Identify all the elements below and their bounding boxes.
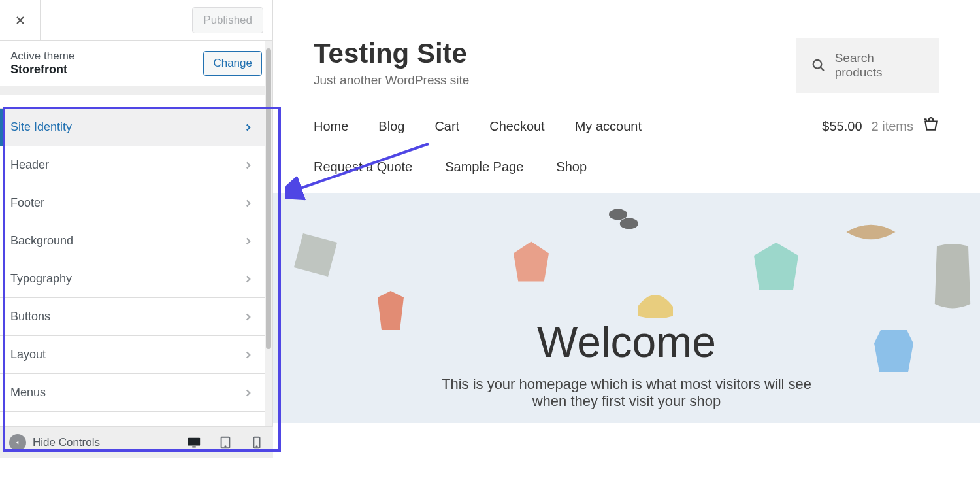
section-background[interactable]: Background [0,222,265,260]
chevron-right-icon [242,160,254,171]
primary-nav-row: Home Blog Cart Checkout My account $55.0… [273,93,980,136]
search-icon [811,58,826,73]
cart-total: $55.00 [822,119,862,134]
nav-home[interactable]: Home [314,119,348,134]
section-footer[interactable]: Footer [0,184,265,222]
active-theme-name: Storefront [10,63,74,76]
chevron-right-icon [242,349,254,361]
active-theme-label: Active theme [10,50,74,63]
device-switcher [187,435,264,450]
product-illustration [286,226,345,284]
customizer-footer: Hide Controls [0,426,273,458]
hero-section: Welcome This is your homepage which is w… [273,193,980,423]
site-header: Testing Site Just another WordPress site… [273,0,980,93]
product-illustration [502,232,561,291]
nav-sample-page[interactable]: Sample Page [445,160,523,175]
svg-rect-7 [294,233,337,277]
section-label: Buttons [10,310,50,324]
site-title[interactable]: Testing Site [314,38,469,69]
close-button[interactable] [0,0,41,41]
hide-controls-label: Hide Controls [33,436,100,449]
nav-cart[interactable]: Cart [434,119,459,134]
section-layout[interactable]: Layout [0,336,265,374]
product-illustration [743,232,809,297]
sidebar-top-bar: Published [0,0,272,41]
primary-nav: Home Blog Cart Checkout My account [314,119,642,134]
desktop-device-button[interactable] [187,435,201,450]
theme-info: Active theme Storefront [10,50,74,76]
svg-point-6 [813,60,822,69]
section-typography[interactable]: Typography [0,260,265,298]
close-icon [14,14,27,27]
product-illustration [358,278,423,343]
section-label: Background [10,234,73,248]
section-label: Footer [10,196,44,210]
chevron-right-icon [242,311,254,323]
mobile-device-button[interactable] [250,435,264,450]
collapse-icon [9,434,26,451]
secondary-nav: Request a Quote Sample Page Shop [273,136,980,193]
nav-request-quote[interactable]: Request a Quote [314,160,412,175]
chevron-right-icon [242,387,254,399]
customizer-sidebar: Published Active theme Storefront Change… [0,0,273,458]
change-theme-button[interactable]: Change [203,51,262,76]
search-placeholder: Search products [835,51,924,80]
active-theme-row: Active theme Storefront Change [0,41,272,86]
chevron-right-icon [242,122,254,133]
desktop-icon [187,435,201,450]
tablet-icon [218,435,233,450]
sidebar-scrollbar[interactable] [265,41,272,456]
cart-icon [923,116,939,136]
section-label: Header [10,158,49,172]
tablet-device-button[interactable] [218,435,233,450]
site-tagline: Just another WordPress site [314,73,469,88]
svg-point-5 [256,446,257,447]
section-label: Site Identity [10,120,72,134]
section-header[interactable]: Header [0,146,265,184]
nav-shop[interactable]: Shop [556,160,587,175]
svg-rect-0 [188,437,200,445]
chevron-right-icon [242,235,254,247]
section-buttons[interactable]: Buttons [0,298,265,336]
svg-rect-1 [192,446,196,447]
scrollbar-thumb[interactable] [266,48,271,349]
header-cart[interactable]: $55.00 2 items [822,116,939,136]
sections-panel: Site Identity Header Footer Background T… [0,95,265,454]
chevron-right-icon [242,273,254,285]
section-site-identity[interactable]: Site Identity [0,109,265,146]
nav-checkout[interactable]: Checkout [489,119,545,134]
svg-point-8 [609,209,627,220]
hero-text: This is your homepage which is what most… [431,376,823,410]
section-label: Menus [10,386,46,399]
svg-point-9 [620,218,638,229]
product-illustration [926,239,979,317]
product-illustration [861,317,926,382]
mobile-icon [250,435,264,450]
product-illustration [600,196,645,242]
product-search-input[interactable]: Search products [796,38,939,93]
section-label: Layout [10,348,46,362]
section-menus[interactable]: Menus [0,374,265,412]
site-preview-pane: Testing Site Just another WordPress site… [273,0,980,489]
section-label: Typography [10,272,72,286]
sections-list: Site Identity Header Footer Background T… [0,108,265,450]
publish-status-button[interactable]: Published [192,7,263,33]
nav-blog[interactable]: Blog [378,119,404,134]
cart-items-count: 2 items [872,119,913,134]
product-illustration [841,212,900,252]
hide-controls-button[interactable]: Hide Controls [9,434,100,451]
nav-my-account[interactable]: My account [575,119,642,134]
chevron-right-icon [242,197,254,209]
product-illustration [626,271,685,330]
svg-point-3 [225,446,225,447]
